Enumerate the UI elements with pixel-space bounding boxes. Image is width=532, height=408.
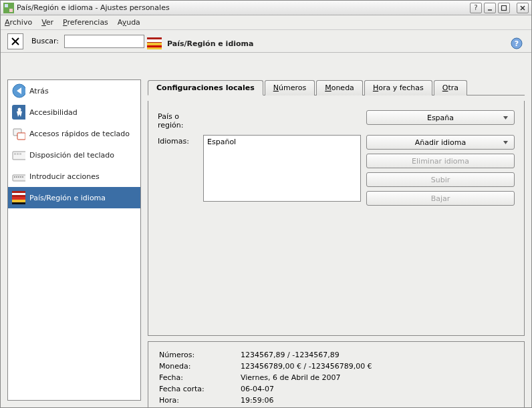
sidebar-back-label: Atrás xyxy=(29,87,49,95)
sidebar-item-accessibility[interactable]: Accesibilidad xyxy=(8,101,140,123)
svg-rect-4 xyxy=(502,5,507,10)
svg-rect-28 xyxy=(20,176,21,178)
tab-numbers[interactable]: Números xyxy=(265,80,315,95)
input-actions-icon xyxy=(12,170,25,183)
preview-box: Números:1234567,89 / -1234567,89 Moneda:… xyxy=(148,341,525,407)
button-label: Eliminar idioma xyxy=(412,157,469,166)
remove-language-button[interactable]: Eliminar idioma xyxy=(366,154,515,168)
svg-rect-21 xyxy=(14,153,16,155)
button-label: Bajar xyxy=(431,194,450,203)
svg-rect-26 xyxy=(16,176,17,178)
menu-view[interactable]: Ver xyxy=(41,18,53,27)
move-down-button[interactable]: Bajar xyxy=(366,191,515,206)
locale-icon xyxy=(147,37,162,49)
flags-icon xyxy=(12,191,25,204)
svg-rect-27 xyxy=(18,176,19,178)
sidebar-item-label: Introducir acciones xyxy=(29,172,100,181)
preview-shortdate-label: Fecha corta: xyxy=(159,384,239,394)
menu-help[interactable]: Ayuda xyxy=(118,18,140,27)
sidebar-item-label: País/Región e idioma xyxy=(29,194,106,202)
chevron-down-icon xyxy=(503,140,509,146)
sidebar-item-locale[interactable]: País/Región e idioma xyxy=(8,187,140,208)
preview-date-label: Fecha: xyxy=(159,373,239,383)
tab-other[interactable]: Otra xyxy=(434,80,467,95)
accessibility-icon xyxy=(12,106,25,119)
menu-prefs[interactable]: Preferencias xyxy=(63,18,108,27)
titlebar: País/Región e idioma - Ajustes personale… xyxy=(1,1,531,15)
add-language-label: Añadir idioma xyxy=(415,138,467,147)
preview-date-value: Viernes, 6 de Abril de 2007 xyxy=(241,373,372,383)
svg-rect-20 xyxy=(13,152,25,160)
preview-time-value: 19:59:06 xyxy=(241,395,372,405)
window-title: País/Región e idioma - Ajustes personale… xyxy=(17,3,468,12)
page-title: País/Región e idioma xyxy=(167,39,253,48)
body: Atrás Accesibilidad Accesos rápidos de t… xyxy=(1,53,531,407)
svg-rect-10 xyxy=(147,39,162,42)
preview-time-label: Hora: xyxy=(159,395,239,405)
chevron-down-icon xyxy=(503,115,509,121)
sidebar-item-shortcuts[interactable]: Accesos rápidos de teclado xyxy=(8,123,140,144)
svg-rect-34 xyxy=(12,200,25,202)
svg-rect-29 xyxy=(22,176,23,178)
language-item[interactable]: Español xyxy=(207,138,357,146)
menu-file[interactable]: Archivo xyxy=(5,18,32,27)
window: País/Región e idioma - Ajustes personale… xyxy=(0,0,532,408)
svg-rect-12 xyxy=(147,45,162,47)
tab-panel-locale: País o región: España Idiomas: Español A… xyxy=(148,101,525,336)
button-label: Subir xyxy=(431,176,450,184)
tab-money[interactable]: Moneda xyxy=(316,80,363,95)
tab-bar: Configuraciones locales Números Moneda H… xyxy=(148,79,525,95)
sidebar-item-label: Accesos rápidos de teclado xyxy=(29,130,130,138)
svg-rect-2 xyxy=(9,9,13,12)
languages-label: Idiomas: xyxy=(158,135,198,146)
clear-search-button[interactable] xyxy=(7,33,23,49)
maximize-button[interactable] xyxy=(498,3,510,13)
preview-money-value: 123456789,00 € / -123456789,00 € xyxy=(241,361,372,371)
svg-point-17 xyxy=(18,108,21,112)
search-label: Buscar: xyxy=(31,37,59,45)
main: Configuraciones locales Números Moneda H… xyxy=(141,53,531,407)
sidebar-back[interactable]: Atrás xyxy=(8,80,140,101)
svg-rect-22 xyxy=(17,153,19,155)
preview-numbers-value: 1234567,89 / -1234567,89 xyxy=(241,350,372,360)
preview-table: Números:1234567,89 / -1234567,89 Moneda:… xyxy=(158,349,374,407)
svg-rect-31 xyxy=(12,193,25,195)
search-input[interactable] xyxy=(64,35,144,48)
minimize-button[interactable] xyxy=(484,3,496,13)
sidebar-item-layout[interactable]: Disposición del teclado xyxy=(8,144,140,166)
svg-rect-19 xyxy=(17,133,25,140)
svg-rect-25 xyxy=(14,176,15,178)
sidebar-item-input-actions[interactable]: Introducir acciones xyxy=(8,166,140,187)
svg-rect-1 xyxy=(5,4,8,7)
preview-numbers-label: Números: xyxy=(159,350,239,360)
country-combo[interactable]: España xyxy=(366,110,515,125)
keyboard-layout-icon xyxy=(12,148,25,162)
app-icon xyxy=(3,3,14,13)
tab-datetime[interactable]: Hora y fechas xyxy=(364,80,432,95)
tab-locale[interactable]: Configuraciones locales xyxy=(148,80,263,95)
svg-text:?: ? xyxy=(515,39,519,48)
menubar: Archivo Ver Preferencias Ayuda xyxy=(1,15,531,30)
languages-listbox[interactable]: Español xyxy=(203,135,361,202)
toolbar: Buscar: xyxy=(1,30,531,53)
help-icon[interactable]: ? xyxy=(511,37,523,49)
help-titlebar-button[interactable]: ? xyxy=(470,3,482,13)
move-up-button[interactable]: Subir xyxy=(366,172,515,187)
add-language-combo[interactable]: Añadir idioma xyxy=(366,135,515,150)
page-header: País/Región e idioma xyxy=(147,37,253,49)
sidebar-item-label: Accesibilidad xyxy=(29,108,78,117)
country-value: España xyxy=(427,114,454,122)
svg-rect-33 xyxy=(12,197,25,200)
keyboard-shortcut-icon xyxy=(12,127,25,140)
sidebar: Atrás Accesibilidad Accesos rápidos de t… xyxy=(7,79,141,401)
svg-rect-23 xyxy=(19,153,21,155)
svg-rect-24 xyxy=(13,175,25,181)
preview-shortdate-value: 06-04-07 xyxy=(241,384,372,394)
back-arrow-icon xyxy=(12,84,25,97)
preview-money-label: Moneda: xyxy=(159,361,239,371)
sidebar-item-label: Disposición del teclado xyxy=(29,151,114,160)
tab-label: Configuraciones locales xyxy=(156,83,255,92)
close-button[interactable] xyxy=(517,3,529,13)
country-label: País o región: xyxy=(158,110,205,130)
